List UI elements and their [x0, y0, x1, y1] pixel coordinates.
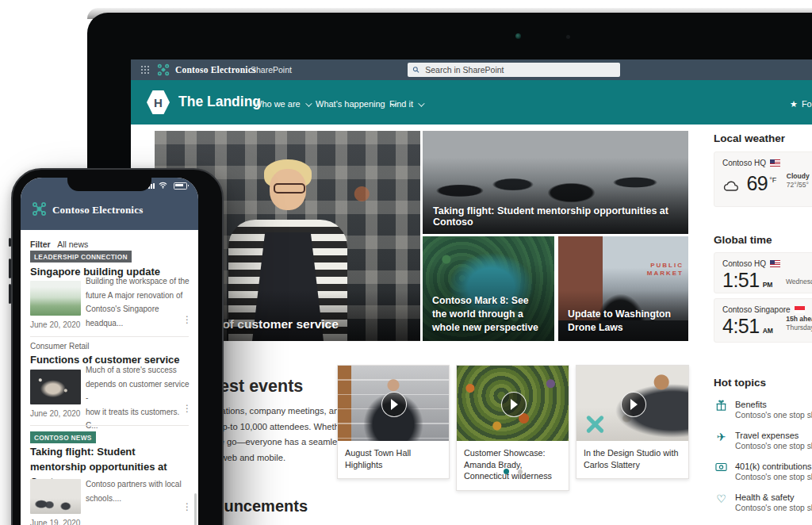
- play-icon[interactable]: [621, 392, 646, 417]
- phone-volume-up: [9, 259, 11, 278]
- carousel-dot-active[interactable]: [504, 469, 509, 474]
- gift-icon: [714, 400, 728, 413]
- news-excerpt: Much of a store's success depends on cus…: [86, 363, 190, 433]
- us-flag-icon: [770, 260, 780, 267]
- contoso-logo-icon: [157, 63, 170, 76]
- global-time-heading: Global time: [714, 234, 772, 246]
- us-flag-icon: [770, 159, 780, 167]
- more-options-icon[interactable]: ⋮: [182, 403, 192, 414]
- hero-drone-laws[interactable]: PUBLIC MARKET Update to Washington Drone…: [558, 236, 688, 341]
- news-thumbnail: [30, 281, 81, 316]
- play-icon[interactable]: [381, 392, 407, 417]
- news-date: June 20, 2020: [30, 320, 80, 329]
- video-card-customer-showcase[interactable]: Customer Showcase: Amanda Brady, Connect…: [456, 365, 569, 491]
- news-date: June 20, 2020: [30, 409, 80, 418]
- news-badge: LEADERSHIP CONNECTION: [30, 251, 132, 262]
- play-icon[interactable]: [501, 392, 527, 417]
- weather-temp: 69: [746, 172, 768, 194]
- hot-topics-heading: Hot topics: [714, 377, 766, 389]
- suite-bar: Contoso Electronics SharePoint: [131, 59, 812, 80]
- weather-condition: Cloudy: [787, 172, 810, 181]
- chevron-down-icon: [305, 100, 312, 106]
- hot-topic-benefits[interactable]: Benefits Contoso's one stop shop for t: [714, 400, 812, 427]
- site-logo[interactable]: H: [147, 90, 170, 114]
- more-options-icon[interactable]: ⋮: [182, 501, 192, 512]
- divider: [30, 336, 189, 337]
- news-thumbnail: [30, 479, 81, 514]
- video-card-design-studio[interactable]: In the Design Studio with Carlos Slatter…: [576, 365, 689, 479]
- heart-icon: ♡: [714, 492, 728, 506]
- time-detail2: Thursday, 6/18/20: [786, 324, 812, 332]
- laptop-sensor: [566, 35, 570, 39]
- news-filter[interactable]: Filter All news: [30, 236, 88, 251]
- hero-contoso-mark8[interactable]: Contoso Mark 8: See the world through a …: [423, 236, 554, 341]
- search-box[interactable]: [408, 63, 620, 77]
- phone-device: Contoso Electronics Filter All news LEAD…: [11, 168, 224, 525]
- events-body: unications, company meetings, and for up…: [205, 404, 347, 466]
- nav-item-who-we-are[interactable]: Who we are: [254, 99, 310, 109]
- news-badge: CONTOSO NEWS: [30, 431, 96, 443]
- time-meridiem: AM: [763, 327, 773, 335]
- hot-topic-health[interactable]: ♡ Health & safety Contoso's one stop sho…: [714, 492, 812, 519]
- more-options-icon[interactable]: ⋮: [182, 314, 192, 325]
- time-detail: 15h ahead: [786, 315, 812, 324]
- suite-product[interactable]: SharePoint: [251, 59, 292, 80]
- time-location: Contoso Singapore: [722, 305, 791, 314]
- phone-screen: Contoso Electronics Filter All news LEAD…: [21, 178, 198, 525]
- news-excerpt: Contoso partners with local schools....: [86, 477, 190, 505]
- phone-brand: Contoso Electronics: [52, 204, 143, 217]
- photo-sign-text: PUBLIC MARKET: [631, 262, 684, 278]
- phone-scrollbar[interactable]: [194, 493, 197, 525]
- time-meridiem: PM: [763, 281, 773, 289]
- news-thumbnail: [30, 370, 81, 404]
- news-excerpt: Building the workspace of the future A m…: [86, 274, 190, 330]
- news-date: June 19, 2020: [30, 519, 80, 525]
- time-card-hq: Contoso HQ 1:51PM Wednesday, 6/17/20: [714, 252, 812, 293]
- hero-title: ns of customer service: [205, 317, 339, 331]
- cloud-icon: [722, 180, 740, 192]
- video-caption: August Town Hall Highlights: [338, 441, 449, 478]
- phone-notch: [67, 178, 151, 191]
- time-detail: Wednesday, 6/17/20: [786, 278, 812, 285]
- hero-title: Taking flight: Student mentorship opport…: [433, 205, 688, 228]
- hero-title: Update to Washington Drone Laws: [568, 308, 672, 335]
- time-value: 4:51: [722, 315, 760, 337]
- follow-button[interactable]: ★Follow: [790, 99, 812, 109]
- site-title[interactable]: The Landing: [178, 94, 261, 110]
- time-value: 1:51: [722, 269, 760, 291]
- search-input[interactable]: [423, 64, 615, 75]
- laptop-camera: [515, 33, 521, 39]
- laptop-screen: Contoso Electronics SharePoint H The Lan…: [131, 59, 812, 525]
- chevron-down-icon: [418, 100, 424, 106]
- time-location: Contoso HQ: [722, 259, 766, 268]
- video-caption: In the Design Studio with Carlos Slatter…: [576, 441, 688, 478]
- site-nav: H The Landing Who we are What's happenin…: [131, 80, 812, 125]
- wifi-icon: [159, 182, 167, 189]
- nav-item-find-it[interactable]: Find it: [389, 99, 423, 109]
- hot-topic-travel[interactable]: ✈ Travel expenses Contoso's one stop sho…: [714, 431, 812, 458]
- money-icon: [714, 462, 728, 475]
- singapore-flag-icon: [795, 306, 805, 313]
- carousel-dot[interactable]: [518, 469, 523, 474]
- weather-location: Contoso HQ: [722, 159, 766, 167]
- site-logo-letter: H: [154, 96, 163, 109]
- battery-icon: [174, 182, 187, 190]
- hot-topic-401k[interactable]: 401(k) contributions Contoso's one stop …: [714, 462, 812, 489]
- weather-high-low: 72°/55°: [787, 181, 810, 190]
- nav-item-whats-happening[interactable]: What's happening: [316, 99, 395, 109]
- divider: [30, 425, 189, 426]
- star-icon: ★: [790, 99, 798, 109]
- phone-volume-down: [9, 284, 11, 304]
- video-card-town-hall[interactable]: August Town Hall Highlights: [337, 365, 450, 479]
- contoso-logo-icon: [32, 201, 47, 217]
- drone-watermark-icon: [584, 414, 605, 435]
- news-category: Consumer Retail: [30, 342, 89, 351]
- app-launcher-icon[interactable]: [141, 66, 143, 67]
- airplane-icon: ✈: [714, 431, 728, 444]
- search-icon: [412, 66, 419, 74]
- hero-taking-flight[interactable]: Taking flight: Student mentorship opport…: [423, 131, 688, 234]
- hero-title: Contoso Mark 8: See the world through a …: [432, 294, 545, 335]
- local-weather-heading: Local weather: [714, 132, 785, 144]
- weather-unit: °F: [769, 176, 776, 184]
- suite-brand[interactable]: Contoso Electronics: [175, 59, 256, 80]
